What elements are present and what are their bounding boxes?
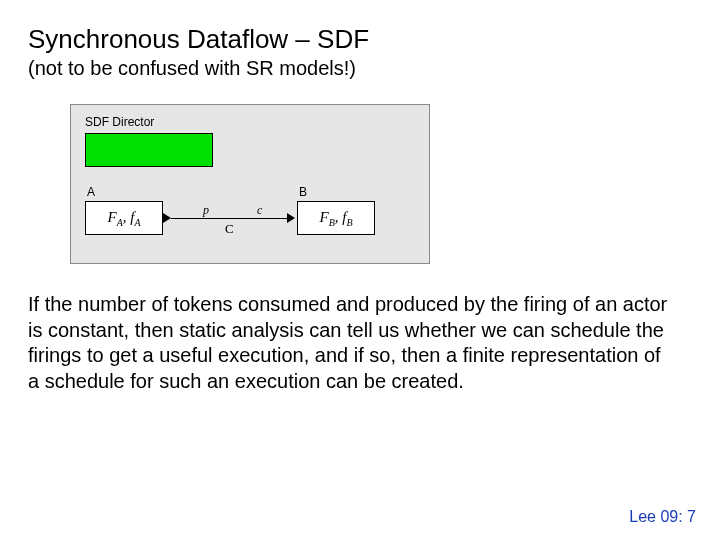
actor-a-output-port-icon <box>163 213 171 223</box>
body-text: If the number of tokens consumed and pro… <box>28 292 668 394</box>
slide-footer: Lee 09: 7 <box>629 508 696 526</box>
director-box <box>85 133 213 167</box>
director-label: SDF Director <box>85 115 415 129</box>
actor-b-F: F <box>319 209 328 225</box>
page-title: Synchronous Dataflow – SDF <box>28 24 692 55</box>
edge-c-label: c <box>257 203 262 218</box>
actor-a-fsub: A <box>134 217 140 228</box>
actor-b-box: FB, fB <box>297 201 375 235</box>
diagram-container: SDF Director A FA, fA B FB, fB <box>70 104 430 264</box>
actor-a-label: A <box>87 185 95 199</box>
actor-a-content: FA, fA <box>107 209 140 228</box>
edge-line <box>171 218 287 219</box>
actor-a-F: F <box>107 209 116 225</box>
actor-b-content: FB, fB <box>319 209 352 228</box>
slide: Synchronous Dataflow – SDF (not to be co… <box>0 0 720 540</box>
edge-name-label: C <box>225 221 234 237</box>
actors-row: A FA, fA B FB, fB p c C <box>85 185 415 247</box>
actor-b-fsub: B <box>346 217 352 228</box>
actor-b-input-port-icon <box>287 213 295 223</box>
edge-p-label: p <box>203 203 209 218</box>
actor-a-box: FA, fA <box>85 201 163 235</box>
actor-b-label: B <box>299 185 307 199</box>
page-subtitle: (not to be confused with SR models!) <box>28 57 692 80</box>
sdf-diagram: SDF Director A FA, fA B FB, fB <box>70 104 430 264</box>
